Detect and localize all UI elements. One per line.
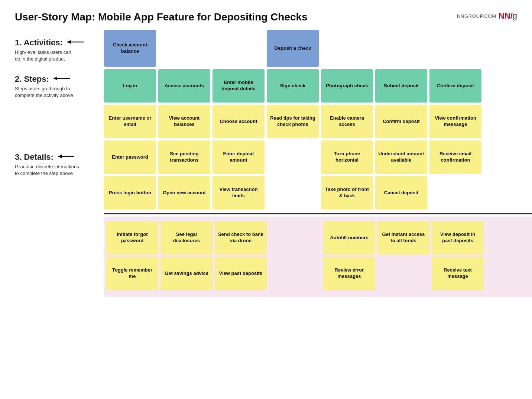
- section-divider: [104, 213, 532, 214]
- list-item: Press login button: [104, 176, 156, 210]
- list-item: [484, 30, 532, 67]
- list-item: See pending transactions: [158, 140, 210, 174]
- details-desc: Granular, discrete interactions to compl…: [15, 163, 79, 177]
- list-item: Initiate forgot password: [106, 221, 158, 254]
- bottom-section: Initiate forgot passwordSee legal disclo…: [104, 217, 532, 297]
- grid-row: Enter username or emailView account bala…: [104, 105, 532, 138]
- list-item: [321, 30, 373, 67]
- list-item: Access accounts: [158, 69, 210, 103]
- list-item: Read tips for taking check photos: [267, 105, 319, 138]
- activities-label-title: 1. Activities:: [15, 38, 84, 48]
- list-item: Understand amount available: [375, 140, 427, 174]
- grid-row: Toggle remember meGet savings adviceView…: [106, 257, 532, 290]
- list-item: Review error messages: [323, 257, 375, 290]
- activities-arrow-icon: [66, 38, 84, 47]
- details-title: 3. Details:: [15, 152, 53, 162]
- list-item: Choose account: [213, 105, 265, 138]
- list-item: Enter password: [104, 140, 156, 174]
- list-item: View deposit in past deposits: [432, 221, 484, 254]
- list-item: See legal disclosures: [160, 221, 213, 254]
- steps-label-section: 2. Steps: Steps users go through to comp…: [15, 71, 100, 149]
- list-item: [429, 176, 481, 210]
- list-item: Cancel deposit: [375, 176, 427, 210]
- grid-row: Enter passwordSee pending transactionsEn…: [104, 140, 532, 174]
- list-item: Confirm deposit: [375, 105, 427, 138]
- list-item: [375, 30, 427, 67]
- steps-label-title: 2. Steps:: [15, 74, 73, 84]
- grid-row: Initiate forgot passwordSee legal disclo…: [106, 221, 532, 254]
- grid-row: Press login buttonOpen new accountView t…: [104, 176, 532, 210]
- nn-brand: NN/g: [499, 11, 517, 21]
- activities-title: 1. Activities:: [15, 38, 63, 48]
- list-item: Enter deposit amount: [213, 140, 265, 174]
- details-label-title: 3. Details:: [15, 152, 79, 162]
- list-item: Turn phone horizontal: [321, 140, 373, 174]
- list-item: Receive email confirmation: [429, 140, 481, 174]
- list-item: Confirm deposit: [429, 69, 481, 103]
- list-item: Receive text message: [432, 257, 484, 290]
- list-item: [158, 30, 210, 67]
- nngroup-site: NNGROUP.COM: [457, 13, 496, 19]
- list-item: Check account balance: [104, 30, 156, 67]
- list-item: View transaction limits: [213, 176, 265, 210]
- list-item: Toggle remember me: [106, 257, 158, 290]
- list-item: [213, 30, 265, 67]
- activities-desc: High-level tasks users can do in the dig…: [15, 49, 84, 62]
- svg-marker-3: [53, 77, 57, 80]
- list-item: Send check to bank via drone: [215, 221, 267, 254]
- svg-marker-1: [67, 40, 71, 44]
- list-item: Get savings advice: [160, 257, 213, 290]
- steps-title: 2. Steps:: [15, 74, 49, 84]
- steps-arrow-icon: [52, 75, 71, 84]
- list-item: Photograph check: [321, 69, 373, 103]
- list-item: Enter mobile deposit details: [213, 69, 265, 103]
- list-item: [269, 257, 321, 290]
- list-item: [377, 257, 429, 290]
- page-title: User-Story Map: Mobile App Feature for D…: [15, 11, 308, 23]
- list-item: Get instant access to all funds: [377, 221, 429, 254]
- list-item: View confirmation messaage: [429, 105, 481, 138]
- list-item: Autofill numbers: [323, 221, 375, 254]
- list-item: Enable camera access: [321, 105, 373, 138]
- list-item: [267, 140, 319, 174]
- list-item: Take photo of front & back: [321, 176, 373, 210]
- list-item: [429, 30, 481, 67]
- list-item: Deposit a check: [267, 30, 319, 67]
- list-item: View account balances: [158, 105, 210, 138]
- list-item: [267, 176, 319, 210]
- grid-content: Check account balanceDeposit a check Log…: [104, 30, 532, 297]
- details-label-section: 3. Details: Granular, discrete interacti…: [15, 149, 100, 223]
- list-item: View past deposits: [215, 257, 267, 290]
- details-arrow-icon: [56, 153, 75, 162]
- steps-row: Log inAccess accountsEnter mobile deposi…: [104, 69, 532, 103]
- svg-marker-5: [58, 155, 62, 158]
- activities-label-section: 1. Activities: High-level tasks users ca…: [15, 30, 100, 71]
- list-item: Enter username or email: [104, 105, 156, 138]
- nngroup-logo: NNGROUP.COM NN/g: [457, 11, 517, 21]
- left-labels: 1. Activities: High-level tasks users ca…: [15, 30, 104, 297]
- steps-desc: Steps users go through to complete the a…: [15, 85, 73, 99]
- map-container: 1. Activities: High-level tasks users ca…: [15, 30, 517, 297]
- list-item: Sign check: [267, 69, 319, 103]
- list-item: [269, 221, 321, 254]
- activities-row: Check account balanceDeposit a check: [104, 30, 532, 67]
- page-header: User-Story Map: Mobile App Feature for D…: [15, 11, 517, 23]
- list-item: Log in: [104, 69, 156, 103]
- list-item: Submit deposit: [375, 69, 427, 103]
- list-item: Open new account: [158, 176, 210, 210]
